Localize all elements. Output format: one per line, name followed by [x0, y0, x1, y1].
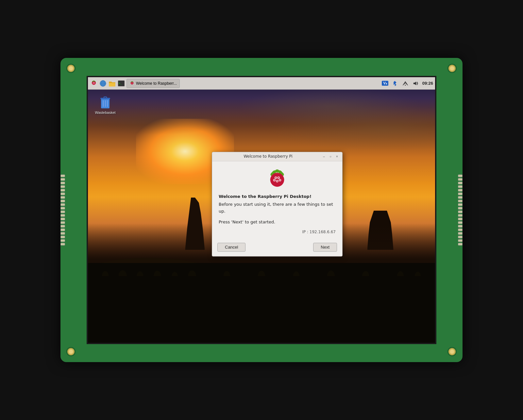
- edge-pins-right: [458, 173, 463, 247]
- svg-point-50: [274, 179, 275, 181]
- pin: [60, 189, 65, 192]
- dialog-content: Welcome to the Raspberry Pi Desktop! Bef…: [212, 161, 342, 240]
- svg-point-27: [132, 83, 132, 83]
- svg-text:>_: >_: [119, 81, 122, 84]
- pin: [60, 200, 65, 202]
- pin: [458, 225, 463, 228]
- volume-icon[interactable]: [412, 79, 420, 87]
- dialog-footer: Cancel Next: [212, 240, 342, 256]
- pin: [60, 175, 65, 177]
- desktop: >_: [88, 77, 435, 343]
- pin: [60, 211, 65, 213]
- trees: [88, 263, 435, 343]
- pin: [60, 203, 65, 206]
- pin: [458, 243, 463, 246]
- taskbar-app-title: Welcome to Raspberr...: [136, 81, 177, 86]
- svg-point-24: [131, 82, 132, 83]
- wastebasket-icon[interactable]: Wastebasket: [94, 95, 117, 114]
- screw-top-right: [447, 64, 457, 73]
- pin: [458, 175, 463, 177]
- dialog-close-button[interactable]: ×: [334, 154, 340, 159]
- pin: [458, 232, 463, 235]
- screw-top-left: [66, 64, 76, 73]
- pin: [60, 185, 65, 188]
- pin: [458, 203, 463, 206]
- dialog-body2: Press 'Next' to get started.: [219, 219, 336, 226]
- raspberry-pi-menu-icon[interactable]: [90, 79, 98, 87]
- taskbar: >_: [88, 77, 435, 90]
- svg-point-9: [93, 83, 94, 84]
- pin: [458, 211, 463, 213]
- taskbar-app-welcome[interactable]: Welcome to Raspberr...: [127, 79, 180, 88]
- svg-point-22: [132, 81, 133, 82]
- taskbar-clock: 09:26: [422, 81, 433, 86]
- pin: [458, 193, 463, 195]
- rpi-logo: [267, 168, 288, 189]
- svg-point-25: [132, 82, 132, 83]
- pin: [60, 243, 65, 246]
- pin: [458, 207, 463, 210]
- dialog-restore-button[interactable]: ○: [328, 154, 333, 159]
- bluetooth-icon[interactable]: [391, 79, 399, 87]
- pin: [60, 193, 65, 195]
- pin: [458, 214, 463, 217]
- terminal-icon[interactable]: >_: [117, 79, 125, 87]
- dialog-minimize-button[interactable]: –: [321, 154, 327, 159]
- pin: [60, 221, 65, 224]
- tree-line: [88, 263, 435, 276]
- svg-point-51: [277, 180, 278, 182]
- dialog-controls: – ○ ×: [321, 154, 340, 159]
- folder-icon[interactable]: [108, 79, 116, 87]
- svg-point-6: [93, 82, 94, 82]
- svg-rect-33: [104, 97, 107, 98]
- edge-pins-left: [60, 173, 65, 247]
- dialog-titlebar: Welcome to Raspberry Pi – ○ ×: [212, 152, 342, 161]
- pin: [60, 229, 65, 231]
- svg-point-52: [279, 179, 280, 181]
- svg-point-49: [278, 177, 279, 178]
- network-icon[interactable]: [401, 79, 409, 87]
- svg-marker-30: [413, 81, 416, 85]
- pin: [60, 178, 65, 181]
- pin: [60, 218, 65, 220]
- pin: [458, 178, 463, 181]
- svg-point-42: [270, 173, 284, 187]
- pin: [458, 218, 463, 220]
- hardware-board: >_: [60, 58, 463, 362]
- pin: [458, 229, 463, 231]
- pin: [458, 236, 463, 238]
- svg-point-7: [94, 82, 94, 82]
- pin: [60, 182, 65, 184]
- svg-point-8: [93, 83, 93, 83]
- pin: [458, 239, 463, 242]
- dialog-body1: Before you start using it, there are a f…: [219, 201, 336, 215]
- dialog-heading: Welcome to the Raspberry Pi Desktop!: [219, 193, 336, 200]
- screw-bottom-right: [447, 347, 457, 356]
- globe-icon[interactable]: [99, 79, 107, 87]
- pin: [60, 239, 65, 242]
- welcome-dialog: Welcome to Raspberry Pi – ○ ×: [212, 152, 343, 256]
- pin: [60, 236, 65, 238]
- taskbar-left: >_: [90, 79, 180, 88]
- svg-point-28: [132, 83, 133, 83]
- screw-bottom-left: [66, 347, 76, 356]
- pin: [60, 232, 65, 235]
- pin: [60, 214, 65, 217]
- wastebasket-label: Wastebasket: [95, 111, 115, 114]
- svg-point-10: [94, 83, 95, 83]
- dialog-title: Welcome to Raspberry Pi: [215, 154, 321, 159]
- pin: [458, 200, 463, 202]
- pin: [60, 196, 65, 199]
- taskbar-right: V₂: [382, 79, 433, 87]
- svg-point-48: [275, 177, 277, 178]
- pin: [458, 196, 463, 199]
- pin: [458, 182, 463, 184]
- pin: [458, 185, 463, 188]
- next-button[interactable]: Next: [313, 243, 337, 252]
- svg-point-29: [405, 84, 406, 85]
- cancel-button[interactable]: Cancel: [217, 243, 245, 252]
- pin: [458, 221, 463, 224]
- screen: >_: [87, 76, 436, 344]
- v2-badge: V₂: [382, 81, 388, 86]
- pin: [458, 189, 463, 192]
